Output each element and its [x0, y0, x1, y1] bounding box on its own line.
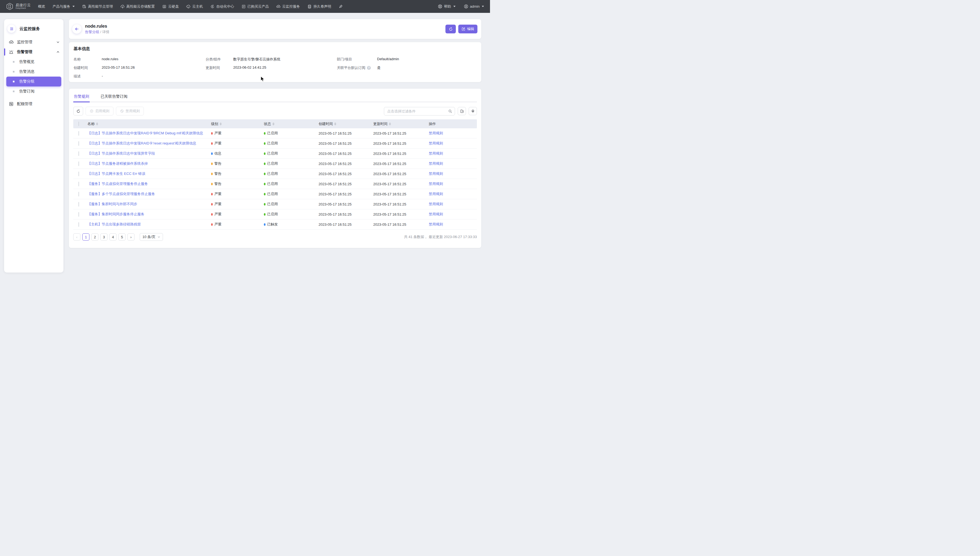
disable-rule-link[interactable]: 禁用规则	[429, 181, 477, 186]
filter-input[interactable]	[387, 109, 448, 113]
logo-zh: 易捷行云	[16, 3, 31, 7]
row-checkbox[interactable]	[79, 162, 79, 166]
nav-overview[interactable]: 概览	[38, 4, 45, 9]
sort-icon[interactable]	[272, 123, 274, 125]
row-checkbox[interactable]	[79, 202, 79, 207]
sidebar-group-quota[interactable]: 配额管理	[4, 99, 63, 109]
pin-icon[interactable]	[338, 4, 343, 9]
table-refresh-button[interactable]	[73, 107, 83, 115]
row-checkbox[interactable]	[79, 151, 79, 156]
column-header-status[interactable]: 状态	[264, 121, 319, 126]
disable-rule-link[interactable]: 禁用规则	[429, 202, 477, 207]
nav-user-menu[interactable]: admin	[464, 4, 484, 9]
page-button-2[interactable]: 2	[91, 233, 98, 241]
tab-linked-subscriptions[interactable]: 已关联告警订阅	[100, 92, 128, 102]
edit-button[interactable]: 编辑	[458, 24, 477, 33]
nav-automation-center[interactable]: 自动化中心	[210, 4, 234, 9]
rule-name-link[interactable]: 【服务】集群时间同步服务停止服务	[87, 212, 211, 217]
page-button-4[interactable]: 4	[110, 233, 116, 241]
basic-info-section: 基本信息 名称node.rules 创建时间2023-05-17 16:51:2…	[69, 42, 481, 82]
nav-cloud-server[interactable]: 云主机	[186, 4, 203, 9]
disable-rules-button[interactable]: 禁用规则	[116, 107, 144, 115]
status-dot-icon	[264, 132, 266, 135]
row-checkbox[interactable]	[79, 131, 79, 136]
row-checkbox[interactable]	[79, 171, 79, 176]
sidebar-group-monitoring[interactable]: 监控管理	[4, 37, 63, 47]
sidebar-item-alert-overview[interactable]: 告警概览	[6, 57, 61, 67]
nav-products-menu[interactable]: 产品与服务	[53, 4, 75, 9]
name-value: node.rules	[102, 57, 118, 61]
sidebar-group-alert-management[interactable]: 告警管理	[4, 47, 63, 57]
column-header-level[interactable]: 级别	[211, 121, 264, 126]
rule-name-link[interactable]: 【服务】多个节点虚拟化管理服务停止服务	[87, 192, 211, 196]
breadcrumb: 告警分组 / 详情	[85, 29, 110, 34]
rule-name-link[interactable]: 【日志】节点网卡发生 ECC Err 错误	[87, 171, 211, 176]
sidebar-item-alert-subscriptions[interactable]: 告警订阅	[6, 86, 61, 96]
rule-name-link[interactable]: 【日志】节点服务进程被操作系统杀掉	[87, 161, 211, 166]
sort-icon[interactable]	[96, 123, 98, 125]
sidebar-collapse-button[interactable]	[7, 24, 16, 33]
page-button-1[interactable]: 1	[82, 233, 89, 241]
level-cell: 警告	[211, 161, 264, 166]
rule-name-link[interactable]: 【服务】节点虚拟化管理服务停止服务	[87, 181, 211, 186]
prev-page-button[interactable]: ‹	[73, 233, 81, 241]
easystack-logo[interactable]: 易捷行云 EasyStack	[6, 3, 31, 10]
nav-node-management[interactable]: 高性能节点管理	[82, 4, 113, 9]
sort-icon[interactable]	[219, 123, 222, 125]
next-page-button[interactable]: ›	[127, 233, 135, 241]
status-cell: 已启用	[264, 151, 319, 156]
column-settings-button[interactable]	[469, 107, 477, 115]
row-checkbox[interactable]	[79, 192, 79, 196]
row-checkbox[interactable]	[79, 212, 79, 217]
export-button[interactable]	[458, 107, 466, 115]
disable-rule-link[interactable]: 禁用规则	[429, 131, 477, 136]
cloud-server-icon	[186, 4, 190, 9]
status-dot-icon	[264, 223, 266, 226]
disable-rule-link[interactable]: 禁用规则	[429, 161, 477, 166]
rule-name-link[interactable]: 【服务】集群时间与外部不同步	[87, 202, 211, 207]
breadcrumb-link[interactable]: 告警分组	[85, 30, 99, 34]
sidebar-item-alert-groups[interactable]: 告警分组	[6, 77, 61, 86]
enable-rules-button[interactable]: 启用规则	[85, 107, 113, 115]
rule-name-link[interactable]: 【日志】节点操作系统日志中发现RAID卡'BRCM Debug mfi'相关故障…	[87, 131, 211, 136]
pushpin-icon	[338, 4, 343, 9]
row-checkbox[interactable]	[79, 222, 79, 227]
status-cell: 已启用	[264, 181, 319, 186]
row-checkbox[interactable]	[79, 182, 79, 186]
disable-rule-link[interactable]: 禁用规则	[429, 151, 477, 156]
column-header-updated[interactable]: 更新时间	[373, 121, 429, 126]
bullet-icon	[13, 81, 15, 82]
row-checkbox[interactable]	[79, 141, 79, 146]
rule-name-link[interactable]: 【主机】节点出现多路径链路残留	[87, 222, 211, 227]
nav-storage-config[interactable]: 高性能云存储配置	[120, 4, 155, 9]
nav-purchased-products[interactable]: 已购买云产品	[242, 4, 269, 9]
sort-icon[interactable]	[334, 123, 336, 125]
refresh-button[interactable]	[445, 24, 456, 33]
nav-cloud-monitoring[interactable]: 云监控服务	[276, 4, 300, 9]
back-button[interactable]	[72, 24, 82, 34]
sort-icon[interactable]	[389, 123, 391, 125]
page-button-3[interactable]: 3	[100, 233, 108, 241]
nav-cloud-disk[interactable]: 云硬盘	[162, 4, 179, 9]
disable-rule-link[interactable]: 禁用规则	[429, 171, 477, 176]
question-mark-icon[interactable]: ?	[367, 66, 371, 70]
column-header-name[interactable]: 名称	[87, 121, 211, 126]
disable-rule-link[interactable]: 禁用规则	[429, 222, 477, 227]
persistent-volume-icon	[307, 4, 312, 9]
disable-rule-link[interactable]: 禁用规则	[429, 141, 477, 146]
column-header-created[interactable]: 创建时间	[319, 121, 373, 126]
nav-persistent-volume[interactable]: 持久卷声明	[307, 4, 331, 9]
page-button-5[interactable]: 5	[118, 233, 126, 241]
nav-help-menu[interactable]: 帮助	[438, 4, 456, 9]
tab-alert-rules[interactable]: 告警规则	[73, 92, 90, 102]
rule-name-link[interactable]: 【日志】节点操作系统日志中发现异常字段	[87, 151, 211, 156]
rule-name-link[interactable]: 【日志】节点操作系统日志中发现RAID卡'reset request'相关故障信…	[87, 141, 211, 146]
disable-rule-link[interactable]: 禁用规则	[429, 192, 477, 196]
disable-rule-link[interactable]: 禁用规则	[429, 212, 477, 217]
level-dot-icon	[211, 152, 213, 155]
sidebar-item-alert-messages[interactable]: 告警消息	[6, 67, 61, 77]
search-icon[interactable]	[448, 109, 452, 113]
table-row: 【服务】节点虚拟化管理服务停止服务 警告 已启用 2023-05-17 16:5…	[73, 179, 477, 189]
select-all-checkbox[interactable]	[79, 121, 79, 126]
page-size-select[interactable]: 10 条/页	[140, 233, 163, 241]
